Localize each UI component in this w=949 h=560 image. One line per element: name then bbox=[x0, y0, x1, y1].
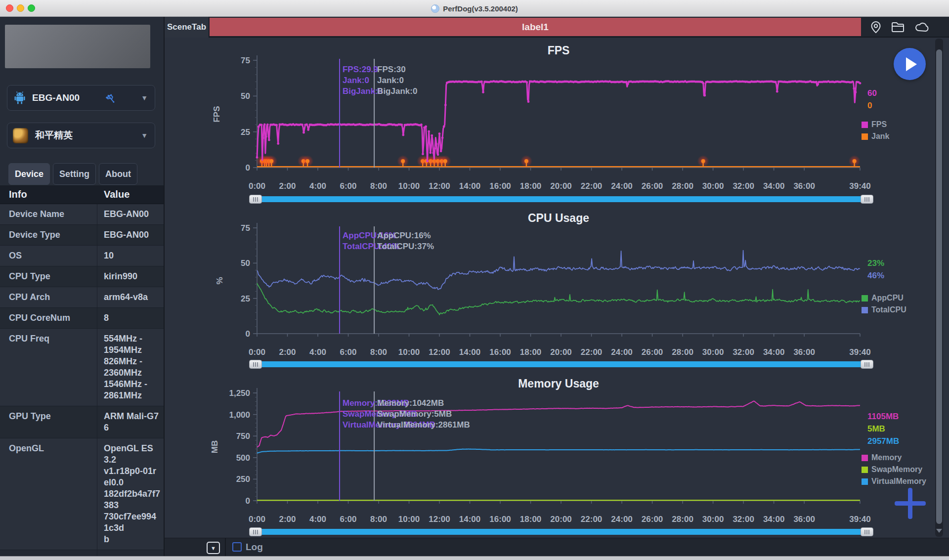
fps-y-axis-label: FPS bbox=[212, 106, 222, 122]
pane-scrollbar-thumb[interactable] bbox=[936, 49, 942, 524]
legend-item: AppCPU bbox=[862, 292, 906, 304]
svg-text:22:00: 22:00 bbox=[581, 181, 602, 191]
label1-tab[interactable]: label1 bbox=[210, 18, 861, 36]
table-row[interactable]: CPU Typekirin990 bbox=[0, 266, 164, 287]
charts-pane: FPSFPS02550750:002:004:006:008:0010:0012… bbox=[165, 38, 949, 538]
fps-chart-svg: 02550750:002:004:006:008:0010:0012:0014:… bbox=[165, 38, 949, 538]
svg-text:36:00: 36:00 bbox=[793, 181, 815, 191]
cpu-legend: AppCPUTotalCPU bbox=[862, 292, 906, 316]
svg-text:2:00: 2:00 bbox=[279, 515, 296, 524]
table-row[interactable]: CPU Archarm64-v8a bbox=[0, 287, 164, 308]
svg-text:32:00: 32:00 bbox=[733, 181, 754, 191]
svg-text:28:00: 28:00 bbox=[672, 515, 693, 524]
slider-fill[interactable] bbox=[261, 361, 862, 367]
folder-icon[interactable] bbox=[891, 21, 905, 33]
tab-device[interactable]: Device bbox=[8, 163, 50, 185]
slider-fill[interactable] bbox=[261, 529, 862, 535]
log-checkbox[interactable] bbox=[232, 542, 242, 552]
value-cell: 554MHz - 1954MHz 826MHz - 2360MHz 1546MH… bbox=[97, 329, 164, 406]
svg-text:16:00: 16:00 bbox=[489, 515, 511, 524]
window-title: PerfDog(v3.5.200402) bbox=[443, 4, 518, 13]
value-cell: EBG-AN00 bbox=[97, 204, 164, 224]
svg-text:22:00: 22:00 bbox=[581, 347, 602, 357]
table-row[interactable]: Device NameEBG-AN00 bbox=[0, 204, 164, 225]
tab-setting[interactable]: Setting bbox=[53, 163, 96, 185]
fps-current-values: 600 bbox=[867, 87, 877, 112]
add-chart-button[interactable] bbox=[895, 488, 926, 519]
slider-right-handle[interactable] bbox=[861, 195, 873, 204]
cloud-icon[interactable] bbox=[914, 21, 930, 33]
slider-right-handle[interactable] bbox=[861, 527, 873, 536]
table-row[interactable]: OpenGLOpenGL ES 3.2 v1.r18p0-01rel0.0 18… bbox=[0, 438, 164, 550]
legend-item: Memory bbox=[862, 452, 926, 464]
svg-text:50: 50 bbox=[241, 258, 250, 268]
svg-text:25: 25 bbox=[241, 128, 250, 137]
slider-left-handle[interactable] bbox=[249, 360, 262, 369]
slider-left-handle[interactable] bbox=[249, 527, 262, 536]
info-cell: OS bbox=[0, 246, 97, 266]
svg-text:4:00: 4:00 bbox=[309, 347, 326, 357]
cpu-range-slider[interactable] bbox=[249, 360, 873, 369]
app-selector-label: 和平精英 bbox=[35, 129, 73, 142]
slider-left-handle[interactable] bbox=[249, 195, 262, 204]
info-cell: Device Type bbox=[0, 225, 97, 245]
info-cell: GPU Freq bbox=[0, 550, 97, 556]
svg-text:20:00: 20:00 bbox=[550, 347, 571, 357]
log-label: Log bbox=[246, 542, 263, 553]
table-row[interactable]: CPU CoreNum8 bbox=[0, 308, 164, 329]
pane-scroll-down-icon[interactable] bbox=[936, 529, 942, 533]
location-pin-icon[interactable] bbox=[870, 21, 882, 34]
scene-tab[interactable]: SceneTab bbox=[165, 17, 209, 38]
svg-text:22:00: 22:00 bbox=[581, 515, 602, 524]
play-icon bbox=[906, 57, 917, 71]
legend-swatch bbox=[862, 455, 868, 461]
fps-range-slider[interactable] bbox=[249, 195, 873, 204]
table-row[interactable]: CPU Freq554MHz - 1954MHz 826MHz - 2360MH… bbox=[0, 329, 164, 406]
game-icon bbox=[13, 128, 28, 143]
slider-right-handle[interactable] bbox=[861, 360, 873, 369]
svg-text:26:00: 26:00 bbox=[642, 181, 663, 191]
svg-text:34:00: 34:00 bbox=[763, 515, 784, 524]
memory-range-slider[interactable] bbox=[249, 527, 873, 536]
table-row[interactable]: OS10 bbox=[0, 246, 164, 266]
svg-text:28:00: 28:00 bbox=[672, 347, 693, 357]
legend-item: FPS bbox=[862, 119, 889, 130]
sidebar-tabs: Device Setting About bbox=[8, 163, 137, 185]
app-selector[interactable]: 和平精英 ▼ bbox=[7, 123, 155, 148]
svg-text:0:00: 0:00 bbox=[249, 347, 265, 357]
info-cell: CPU CoreNum bbox=[0, 308, 97, 328]
fps-legend: FPSJank bbox=[862, 119, 889, 142]
tab-about[interactable]: About bbox=[99, 163, 137, 185]
svg-text:750: 750 bbox=[236, 431, 250, 441]
table-row[interactable]: GPU TypeARM Mali-G76 bbox=[0, 406, 164, 438]
svg-text:14:00: 14:00 bbox=[459, 181, 480, 191]
cpu-cursor-annotation-1: AppCPU:16%TotalCPU:37% bbox=[377, 230, 434, 252]
svg-text:24:00: 24:00 bbox=[611, 515, 632, 524]
window-bottom-edge bbox=[0, 556, 949, 560]
device-info-table: Info Value Device NameEBG-AN00Device Typ… bbox=[0, 185, 164, 556]
svg-text:10:00: 10:00 bbox=[398, 181, 420, 191]
play-button[interactable] bbox=[894, 48, 926, 80]
svg-text:32:00: 32:00 bbox=[733, 515, 754, 524]
collapse-panel-button[interactable]: ▼ bbox=[207, 542, 220, 554]
table-row[interactable]: Device TypeEBG-AN00 bbox=[0, 225, 164, 246]
legend-item: SwapMemory bbox=[862, 464, 926, 475]
android-icon bbox=[14, 91, 26, 104]
svg-text:30:00: 30:00 bbox=[702, 347, 724, 357]
value-cell: 8 bbox=[97, 308, 164, 328]
svg-text:18:00: 18:00 bbox=[520, 181, 541, 191]
fps-cursor-annotation-0: FPS:29.9Jank:0BigJank:0 bbox=[343, 64, 383, 97]
chevron-down-icon: ▼ bbox=[141, 94, 148, 102]
svg-text:16:00: 16:00 bbox=[489, 181, 511, 191]
device-selector[interactable]: EBG-AN00 ▼ bbox=[7, 85, 155, 111]
svg-text:32:00: 32:00 bbox=[733, 347, 754, 357]
svg-text:10:00: 10:00 bbox=[398, 515, 420, 524]
slider-fill[interactable] bbox=[261, 196, 862, 202]
svg-text:24:00: 24:00 bbox=[611, 347, 632, 357]
svg-text:12:00: 12:00 bbox=[429, 347, 450, 357]
bottom-bar: ▼ Log bbox=[165, 538, 949, 556]
svg-text:0: 0 bbox=[246, 329, 250, 339]
table-row[interactable]: GPU Frequnavailable bbox=[0, 550, 164, 556]
svg-text:75: 75 bbox=[241, 56, 250, 65]
svg-text:14:00: 14:00 bbox=[459, 515, 480, 524]
